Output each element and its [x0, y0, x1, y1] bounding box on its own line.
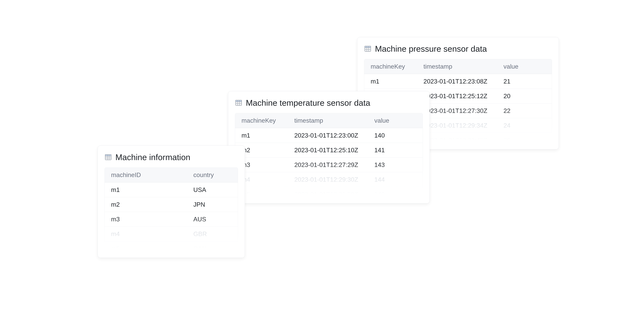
cell: m1: [111, 186, 193, 193]
col-header-timestamp: timestamp: [424, 63, 504, 70]
table-row: m3 AUS: [105, 212, 238, 227]
col-header-timestamp: timestamp: [294, 117, 374, 124]
table-row: m4 GBR: [105, 227, 238, 241]
cell: 24: [504, 122, 529, 129]
cell: m4: [242, 176, 294, 183]
card-title: Machine temperature sensor data: [246, 98, 370, 108]
table-row: m3 2023-01-01T12:27:29Z 143: [235, 157, 423, 172]
cell: 2023-01-01T12:23:00Z: [294, 132, 374, 139]
card-header: Machine information: [104, 152, 238, 162]
table-row: m1 2023-01-01T12:23:00Z 140: [235, 128, 423, 143]
cell: 26: [504, 137, 529, 144]
col-header-value: value: [504, 63, 529, 70]
col-header-value: value: [374, 117, 400, 124]
cell: 2023-01-01T12:23:08Z: [424, 78, 504, 85]
cell: m3: [111, 216, 193, 223]
cell: 2023-01-01T12:25:10Z: [294, 147, 374, 154]
svg-rect-11: [105, 155, 111, 156]
cell: 2023-01-01T12:27:30Z: [424, 107, 504, 114]
table-row: m5 CAN: [105, 241, 238, 256]
table-row: m1 USA: [105, 182, 238, 197]
card-title: Machine pressure sensor data: [375, 44, 487, 53]
cell: 2023-01-01T12:29:30Z: [294, 176, 374, 183]
cell: 144: [374, 176, 400, 183]
col-header-country: country: [193, 171, 232, 179]
card-header: Machine pressure sensor data: [364, 44, 552, 53]
card-title: Machine information: [116, 152, 190, 162]
svg-rect-6: [236, 100, 242, 102]
table-row: m2 JPN: [105, 197, 238, 212]
cell: AUS: [193, 216, 232, 223]
col-header-machinekey: machineKey: [242, 117, 294, 124]
table-icon: [104, 154, 112, 161]
cell: 22: [504, 107, 529, 114]
diagram-stage: Machine pressure sensor data machineKey …: [0, 0, 644, 309]
cell: m5: [111, 245, 193, 252]
cell: m1: [242, 132, 294, 139]
table-row: m1 2023-01-01T12:23:08Z 21: [364, 74, 552, 89]
cell: 2023-01-01T12:31:48Z: [424, 137, 504, 144]
cell: 140: [374, 191, 400, 198]
cell: m4: [111, 231, 193, 238]
card-information: Machine information machineID country m1…: [98, 146, 245, 258]
table-row: m2 2023-01-01T12:25:10Z 141: [235, 143, 423, 157]
svg-rect-1: [365, 46, 371, 48]
cell: 21: [504, 78, 529, 85]
table-header-row: machineKey timestamp value: [364, 59, 552, 74]
card-temperature: Machine temperature sensor data machineK…: [228, 91, 430, 203]
cell: 2023-01-01T12:29:34Z: [424, 122, 504, 129]
table: machineKey timestamp value m1 2023-01-01…: [235, 113, 423, 202]
cell: 141: [374, 147, 400, 154]
cell: 2023-01-01T12:25:12Z: [424, 93, 504, 100]
cell: 2023-01-01T12:27:29Z: [294, 161, 374, 168]
cell: m1: [371, 78, 424, 85]
col-header-machinekey: machineKey: [371, 63, 424, 70]
cell: CAN: [193, 245, 232, 252]
table-row: m5 2023-01-01T12:31:50Z 140: [235, 187, 423, 202]
cell: 140: [374, 132, 400, 139]
cell: m2: [111, 201, 193, 208]
cell: 20: [504, 93, 529, 100]
table-header-row: machineID country: [105, 168, 238, 182]
cell: JPN: [193, 201, 232, 208]
cell: USA: [193, 186, 232, 193]
table-icon: [235, 99, 242, 106]
table-row: m4 2023-01-01T12:29:30Z 144: [235, 172, 423, 187]
cell: m5: [242, 191, 294, 198]
col-header-machineid: machineID: [111, 171, 193, 179]
cell: 143: [374, 161, 400, 168]
table-header-row: machineKey timestamp value: [235, 113, 423, 128]
table: machineID country m1 USA m2 JPN m3 AUS m…: [104, 167, 238, 256]
card-header: Machine temperature sensor data: [235, 98, 423, 108]
cell: GBR: [193, 231, 232, 238]
cell: 2023-01-01T12:31:50Z: [294, 191, 374, 198]
cell: m3: [242, 161, 294, 168]
table-icon: [364, 45, 372, 52]
cell: m2: [242, 147, 294, 154]
